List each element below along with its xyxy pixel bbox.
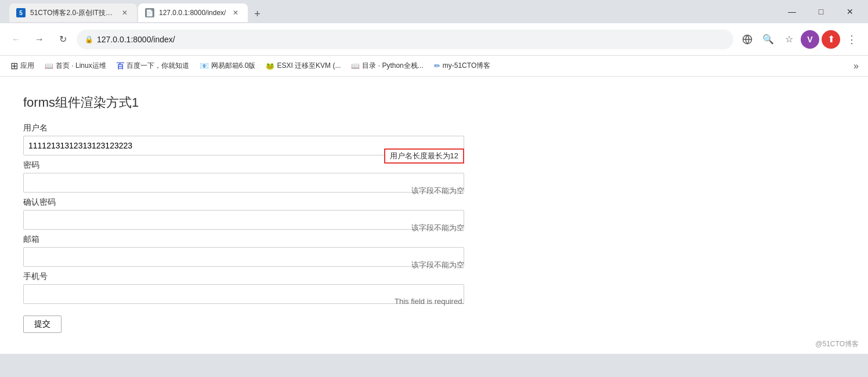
tab-favicon-localhost: 📄 <box>145 8 154 17</box>
tab-51cto[interactable]: 5 51CTO博客2.0-原创IT技术文章… ✕ <box>9 3 137 22</box>
page-content: forms组件渲染方式1 用户名 用户名长度最长为12 密码 该字段不能为空 <box>0 77 868 354</box>
maximize-button[interactable]: □ <box>808 2 834 21</box>
tab-title-51cto: 51CTO博客2.0-原创IT技术文章… <box>30 8 115 18</box>
window-controls: — □ ✕ <box>779 2 863 21</box>
footer-credit: @51CTO博客 <box>815 339 859 349</box>
toolbar-icons: 🔍 ☆ V ⬆ ⋮ <box>738 30 861 49</box>
tab-close-localhost[interactable]: ✕ <box>230 8 241 18</box>
bookmark-email-label: 网易邮箱6.0版 <box>211 61 256 71</box>
tab-bar: 5 51CTO博客2.0-原创IT技术文章… ✕ 📄 127.0.0.1:800… <box>5 1 776 22</box>
more-button[interactable]: ⋮ <box>842 30 861 49</box>
phone-field-group: 手机号 This field is required. <box>23 271 464 304</box>
email-input[interactable] <box>23 247 464 267</box>
bookmark-linux-label: 首页 · Linux运维 <box>56 61 106 71</box>
bookmark-linux[interactable]: 📖 首页 · Linux运维 <box>40 59 111 73</box>
password-error: 该字段不能为空 <box>411 186 464 196</box>
confirm-password-label: 确认密码 <box>23 197 464 208</box>
bookmark-baidu-label: 百度一下，你就知道 <box>126 61 189 71</box>
profile-button[interactable]: V <box>801 30 819 49</box>
tab-localhost[interactable]: 📄 127.0.0.1:8000/index/ ✕ <box>138 3 248 22</box>
bookmark-esxi-label: ESXI 迁移至KVM (... <box>277 61 341 71</box>
tab-close-51cto[interactable]: ✕ <box>120 8 130 18</box>
bookmark-apps[interactable]: ⊞ 应用 <box>6 58 39 74</box>
confirm-password-input[interactable] <box>23 210 464 230</box>
confirm-password-field-group: 确认密码 该字段不能为空 <box>23 197 464 230</box>
username-label: 用户名 <box>23 123 464 133</box>
translate-icon[interactable] <box>738 30 757 49</box>
submit-button[interactable]: 提交 <box>23 316 62 333</box>
bookmarks-more-button[interactable]: » <box>850 59 862 74</box>
address-bar: ← → ↻ 🔒 🔍 ☆ V ⬆ ⋮ <box>0 23 868 56</box>
bookmark-python-icon: 📖 <box>351 62 360 70</box>
security-icon: 🔒 <box>85 35 93 44</box>
email-field-group: 邮箱 该字段不能为空 <box>23 234 464 267</box>
bookmark-my51cto-label: my-51CTO博客 <box>443 61 490 71</box>
password-field-group: 密码 该字段不能为空 <box>23 160 464 193</box>
page-title: forms组件渲染方式1 <box>23 94 845 111</box>
minimize-button[interactable]: — <box>779 2 805 21</box>
bookmark-esxi[interactable]: 🐸 ESXI 迁移至KVM (... <box>261 59 345 73</box>
address-input-wrap: 🔒 <box>77 30 733 49</box>
tab-title-localhost: 127.0.0.1:8000/index/ <box>159 9 226 17</box>
bookmark-esxi-icon: 🐸 <box>266 62 274 70</box>
phone-label: 手机号 <box>23 271 464 282</box>
back-button[interactable]: ← <box>7 30 26 49</box>
bookmark-email[interactable]: 📧 网易邮箱6.0版 <box>195 59 261 73</box>
submit-group: 提交 <box>23 311 464 333</box>
bookmark-icon[interactable]: ☆ <box>780 30 798 49</box>
email-label: 邮箱 <box>23 234 464 245</box>
zoom-icon[interactable]: 🔍 <box>759 30 777 49</box>
bookmark-python-label: 目录 · Python全栈... <box>362 61 423 71</box>
username-error-text: 用户名长度最长为12 <box>390 151 458 160</box>
update-button[interactable]: ⬆ <box>822 30 840 49</box>
bookmark-python[interactable]: 📖 目录 · Python全栈... <box>346 59 428 73</box>
bookmark-linux-icon: 📖 <box>45 62 53 70</box>
form-container: 用户名 用户名长度最长为12 密码 该字段不能为空 确认密码 <box>23 123 464 333</box>
username-field-group: 用户名 用户名长度最长为12 <box>23 123 464 155</box>
phone-error: This field is required. <box>395 297 464 306</box>
password-label: 密码 <box>23 160 464 171</box>
forward-button[interactable]: → <box>30 30 49 49</box>
browser-window: 5 51CTO博客2.0-原创IT技术文章… ✕ 📄 127.0.0.1:800… <box>0 0 868 377</box>
address-input[interactable] <box>97 35 725 44</box>
bookmarks-bar: ⊞ 应用 📖 首页 · Linux运维 百 百度一下，你就知道 📧 网易邮箱6.… <box>0 56 868 77</box>
bookmark-baidu[interactable]: 百 百度一下，你就知道 <box>112 59 194 74</box>
bookmark-baidu-icon: 百 <box>117 61 124 71</box>
password-input[interactable] <box>23 173 464 193</box>
apps-grid-icon: ⊞ <box>10 60 18 71</box>
title-bar: 5 51CTO博客2.0-原创IT技术文章… ✕ 📄 127.0.0.1:800… <box>0 0 868 23</box>
bookmark-my51cto[interactable]: ✏ my-51CTO博客 <box>429 59 495 73</box>
email-error: 该字段不能为空 <box>411 260 464 270</box>
confirm-password-error: 该字段不能为空 <box>411 223 464 233</box>
tab-favicon-51cto: 5 <box>16 8 26 17</box>
close-button[interactable]: ✕ <box>837 2 863 21</box>
new-tab-button[interactable]: + <box>249 6 265 22</box>
bookmark-email-icon: 📧 <box>200 61 209 70</box>
bookmark-my51cto-icon: ✏ <box>434 61 440 70</box>
bookmark-apps-label: 应用 <box>20 61 34 71</box>
reload-button[interactable]: ↻ <box>53 30 72 49</box>
